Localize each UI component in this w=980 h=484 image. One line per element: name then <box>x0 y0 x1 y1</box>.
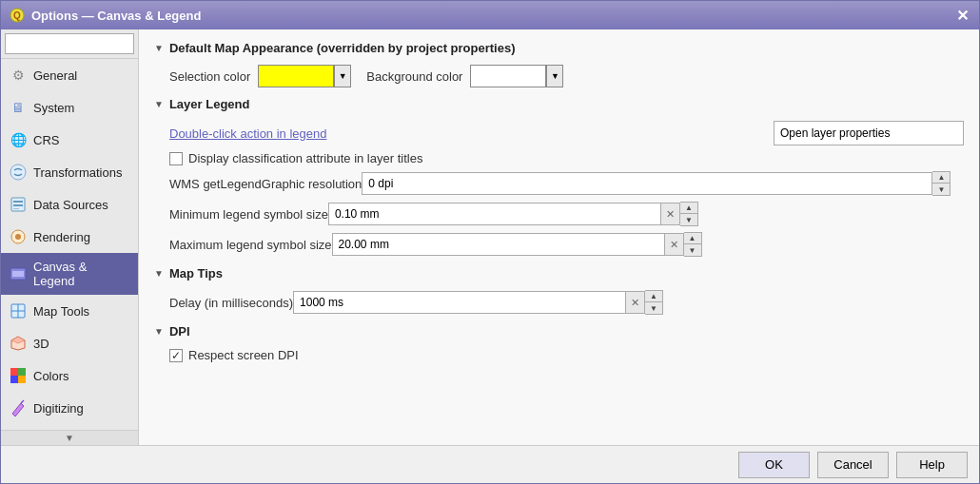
max-legend-spinbox: ✕ ▲ ▼ <box>332 232 964 257</box>
sidebar-item-rendering[interactable]: Rendering <box>1 221 138 253</box>
selection-color-dropdown[interactable]: ▼ <box>334 65 351 87</box>
sidebar-item-3d[interactable]: 3D <box>1 327 138 359</box>
section-layer-legend-body: Double-click action in legend Open layer… <box>169 121 964 257</box>
system-icon: 🖥 <box>9 98 28 117</box>
digitizing-icon <box>9 398 28 417</box>
section-map-tips-title: Map Tips <box>169 266 223 281</box>
sidebar-item-label: Data Sources <box>33 198 108 212</box>
section-default-map-appearance-header: ▼ Default Map Appearance (overridden by … <box>154 41 964 55</box>
svg-line-21 <box>21 400 24 403</box>
svg-rect-5 <box>13 204 23 206</box>
collapse-arrow-layer-legend[interactable]: ▼ <box>154 99 164 109</box>
max-legend-row: Maximum legend symbol size ✕ ▲ ▼ <box>169 232 964 257</box>
max-legend-arrows: ▲ ▼ <box>684 232 702 257</box>
sidebar-item-data-sources[interactable]: Data Sources <box>1 188 138 221</box>
section-map-tips-body: Delay (in milliseconds) ✕ ▲ ▼ <box>169 290 964 315</box>
sidebar-item-colors[interactable]: Colors <box>1 359 138 392</box>
wms-arrows: ▲ ▼ <box>932 171 951 196</box>
sidebar-item-general[interactable]: ⚙ General <box>1 59 138 91</box>
sidebar-item-label: 3D <box>33 337 49 351</box>
section-dpi-body: ✓ Respect screen DPI <box>169 348 964 362</box>
close-button[interactable]: ✕ <box>952 6 971 25</box>
collapse-arrow-default-map[interactable]: ▼ <box>154 43 164 53</box>
sidebar-scroll-down[interactable]: ▼ <box>1 430 138 445</box>
canvas-legend-icon <box>9 264 28 283</box>
min-legend-input[interactable] <box>328 203 661 225</box>
sidebar-item-label: System <box>33 101 74 115</box>
svg-marker-20 <box>12 403 24 416</box>
display-classification-checkbox[interactable] <box>169 152 183 165</box>
section-dpi-header: ▼ DPI <box>154 324 964 339</box>
double-click-select-wrapper: Open layer properties <box>774 121 964 145</box>
section-layer-legend-title: Layer Legend <box>169 97 250 111</box>
svg-rect-18 <box>10 376 18 383</box>
svg-point-2 <box>10 165 26 180</box>
sidebar-item-label: General <box>33 68 77 83</box>
max-legend-input[interactable] <box>332 233 665 256</box>
sidebar-item-label: Rendering <box>33 230 90 244</box>
respect-dpi-row: ✓ Respect screen DPI <box>169 348 964 362</box>
wms-resolution-label: WMS getLegendGraphic resolution <box>169 177 362 191</box>
wms-resolution-input[interactable] <box>362 172 932 195</box>
wms-up-arrow[interactable]: ▲ <box>932 172 950 184</box>
min-legend-row: Minimum legend symbol size ✕ ▲ ▼ <box>169 202 964 226</box>
main-content: ⚙ General 🖥 System 🌐 CRS <box>1 29 979 445</box>
delay-up-arrow[interactable]: ▲ <box>645 291 662 302</box>
search-input[interactable] <box>5 33 134 54</box>
max-legend-up-arrow[interactable]: ▲ <box>684 233 701 244</box>
sidebar-item-digitizing[interactable]: Digitizing <box>1 392 138 424</box>
svg-rect-6 <box>13 208 19 209</box>
max-legend-down-arrow[interactable]: ▼ <box>684 244 701 256</box>
section-default-map-body: Selection color ▼ Background color ▼ <box>169 65 964 87</box>
sidebar-item-label: Canvas &Legend <box>33 260 87 288</box>
background-color-dropdown[interactable]: ▼ <box>546 65 563 87</box>
double-click-select[interactable]: Open layer properties <box>774 121 964 145</box>
background-color-label: Background color <box>366 69 462 84</box>
delay-input[interactable] <box>293 291 626 314</box>
sidebar-item-system[interactable]: 🖥 System <box>1 91 138 124</box>
sidebar-item-transformations[interactable]: Transformations <box>1 156 138 188</box>
svg-point-8 <box>15 234 21 240</box>
display-classification-row: Display classification attribute in laye… <box>169 151 964 165</box>
display-classification-label: Display classification attribute in laye… <box>188 151 422 165</box>
section-map-tips-header: ▼ Map Tips <box>154 266 964 281</box>
double-click-row: Double-click action in legend Open layer… <box>169 121 964 145</box>
background-color-button[interactable] <box>470 65 546 87</box>
cancel-button[interactable]: Cancel <box>817 452 889 478</box>
min-legend-clear[interactable]: ✕ <box>661 203 680 225</box>
min-legend-up-arrow[interactable]: ▲ <box>680 203 697 214</box>
search-bar <box>1 29 138 59</box>
ok-button[interactable]: OK <box>738 452 810 478</box>
sidebar-item-label: Map Tools <box>33 304 89 319</box>
wms-down-arrow[interactable]: ▼ <box>932 184 950 195</box>
sidebar-item-label: Colors <box>33 369 69 383</box>
section-layer-legend-header: ▼ Layer Legend <box>154 97 964 111</box>
selection-color-button[interactable] <box>258 65 334 87</box>
rendering-icon <box>9 227 28 246</box>
sidebar-item-map-tools[interactable]: Map Tools <box>1 295 138 327</box>
collapse-arrow-dpi[interactable]: ▼ <box>154 326 164 337</box>
svg-rect-17 <box>18 368 26 376</box>
window-title: Options — Canvas & Legend <box>31 9 952 23</box>
section-dpi-title: DPI <box>169 324 190 339</box>
delay-spinbox: ✕ ▲ ▼ <box>293 290 964 315</box>
max-legend-clear[interactable]: ✕ <box>665 233 684 256</box>
crs-icon: 🌐 <box>9 130 28 149</box>
general-icon: ⚙ <box>9 66 28 85</box>
colors-icon <box>9 366 28 385</box>
delay-down-arrow[interactable]: ▼ <box>645 302 662 314</box>
delay-clear[interactable]: ✕ <box>626 291 645 314</box>
map-tools-icon <box>9 301 28 320</box>
sidebar-item-label: CRS <box>33 133 59 147</box>
collapse-arrow-map-tips[interactable]: ▼ <box>154 268 164 279</box>
respect-dpi-checkbox[interactable]: ✓ <box>169 349 183 362</box>
wms-resolution-row: WMS getLegendGraphic resolution ▲ ▼ <box>169 171 964 196</box>
delay-label: Delay (in milliseconds) <box>169 296 293 310</box>
help-button[interactable]: Help <box>896 452 968 478</box>
double-click-label[interactable]: Double-click action in legend <box>169 126 326 141</box>
footer: OK Cancel Help <box>1 445 979 483</box>
respect-dpi-label: Respect screen DPI <box>188 348 299 362</box>
min-legend-down-arrow[interactable]: ▼ <box>680 214 697 225</box>
sidebar-item-canvas-legend[interactable]: Canvas &Legend <box>1 253 138 295</box>
sidebar-item-crs[interactable]: 🌐 CRS <box>1 124 138 156</box>
